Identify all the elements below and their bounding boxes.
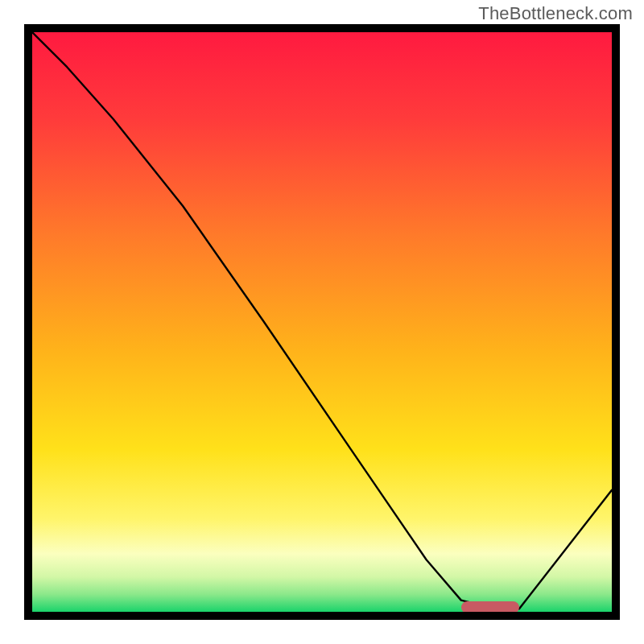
chart-frame: [24, 24, 620, 620]
optimal-range-marker: [461, 601, 519, 612]
chart-container: TheBottleneck.com: [0, 0, 644, 644]
plot-area: [32, 32, 612, 612]
bottleneck-curve: [32, 32, 612, 609]
watermark-text: TheBottleneck.com: [478, 3, 633, 24]
curve-layer: [32, 32, 612, 612]
